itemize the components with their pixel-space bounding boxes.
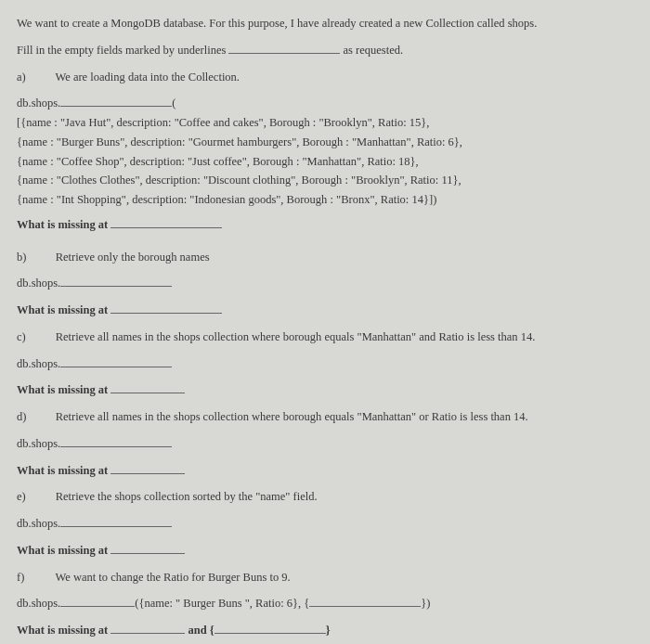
blank-e-method[interactable] xyxy=(60,517,172,527)
part-f-close: }) xyxy=(421,597,430,610)
part-c: c) Retrieve all names in the shops colle… xyxy=(17,328,633,399)
blank-d-method[interactable] xyxy=(60,437,172,447)
missing-b: What is missing at xyxy=(17,302,633,319)
part-e-label: e) xyxy=(17,488,41,506)
missing-label-f: What is missing at xyxy=(17,624,108,637)
blank-a-method[interactable] xyxy=(60,97,172,107)
missing-a: What is missing at xyxy=(17,216,633,234)
part-a: a) We are loading data into the Collecti… xyxy=(17,69,633,234)
part-b-task: Retrieve only the borough names xyxy=(56,251,210,264)
and-text: and { xyxy=(188,624,214,637)
part-c-label: c) xyxy=(17,328,41,346)
blank-c-method[interactable] xyxy=(60,356,172,367)
intro-text: We want to create a MongoDB database. Fo… xyxy=(17,15,633,32)
part-a-code: db.shops.( [{name : "Java Hut", descript… xyxy=(17,95,633,209)
as-requested: as requested. xyxy=(344,44,404,57)
missing-e: What is missing at xyxy=(17,542,633,560)
part-d-label: d) xyxy=(17,408,41,426)
part-f-prefix: db.shops. xyxy=(17,597,60,610)
blank-f-arg[interactable] xyxy=(309,597,421,607)
blank-c-answer[interactable] xyxy=(110,383,185,393)
blank-b-method[interactable] xyxy=(60,277,172,287)
part-b-label: b) xyxy=(17,249,41,266)
missing-label-d: What is missing at xyxy=(17,464,108,477)
part-f: f) We want to change the Ratio for Burge… xyxy=(17,569,633,639)
blank-f-method[interactable] xyxy=(60,597,135,607)
blank-e-answer[interactable] xyxy=(110,544,185,554)
part-e-task: Retrieve the shops collection sorted by … xyxy=(56,490,318,503)
part-a-open: ( xyxy=(172,97,176,109)
missing-label-c: What is missing at xyxy=(17,383,108,396)
part-e-prefix: db.shops. xyxy=(17,517,60,530)
missing-f: What is missing at and {} xyxy=(17,622,633,639)
blank-b-answer[interactable] xyxy=(110,303,222,314)
code-line-0: [{name : "Java Hut", description: "Coffe… xyxy=(17,114,633,132)
missing-label-e: What is missing at xyxy=(17,544,108,557)
code-line-1: {name : "Burger Buns", description: "Gou… xyxy=(17,134,633,151)
blank-f-answer1[interactable] xyxy=(110,624,185,634)
code-line-3: {name : "Clothes Clothes", description: … xyxy=(17,172,633,189)
part-a-prefix: db.shops. xyxy=(17,97,60,109)
part-b: b) Retrieve only the borough names db.sh… xyxy=(17,249,633,319)
part-c-task: Retrieve all names in the shops collecti… xyxy=(56,330,536,343)
part-e: e) Retrieve the shops collection sorted … xyxy=(17,488,633,559)
part-c-prefix: db.shops. xyxy=(17,357,60,370)
part-d: d) Retrieve all names in the shops colle… xyxy=(17,408,633,479)
missing-d: What is missing at xyxy=(17,462,633,480)
blank-a-answer[interactable] xyxy=(110,218,222,228)
fill-instruction: Fill in the empty fields marked by under… xyxy=(17,42,633,59)
part-a-task: We are loading data into the Collection. xyxy=(55,71,240,84)
code-line-4: {name : "Int Shopping", description: "In… xyxy=(17,191,633,209)
part-f-mid: ({name: " Burger Buns ", Ratio: 6}, { xyxy=(135,597,309,610)
part-f-label: f) xyxy=(17,569,41,586)
missing-c: What is missing at xyxy=(17,381,633,399)
missing-label-b: What is missing at xyxy=(17,303,108,316)
blank-intro[interactable] xyxy=(228,44,340,54)
part-b-prefix: db.shops. xyxy=(17,277,60,290)
part-a-label: a) xyxy=(17,69,41,86)
missing-label: What is missing at xyxy=(17,218,108,231)
code-line-2: {name : "Coffee Shop", description: "Jus… xyxy=(17,153,633,171)
part-d-task: Retrieve all names in the shops collecti… xyxy=(56,410,528,423)
blank-d-answer[interactable] xyxy=(110,463,185,473)
part-d-prefix: db.shops. xyxy=(17,437,60,450)
blank-f-answer2[interactable] xyxy=(214,624,326,634)
part-f-task: We want to change the Ratio for Burger B… xyxy=(55,571,290,584)
fill-label: Fill in the empty fields marked by under… xyxy=(17,44,226,57)
